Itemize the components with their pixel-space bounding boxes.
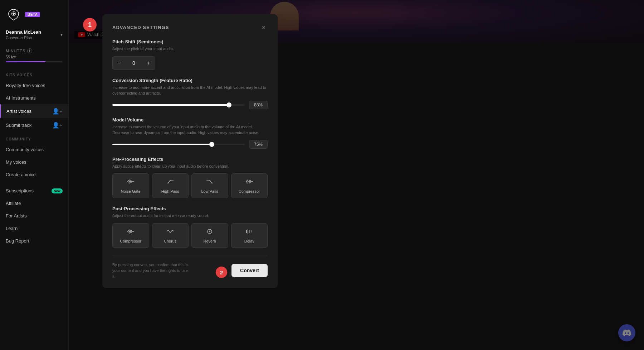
user-info: Deanna McLean Converter Plan [6,29,41,40]
svg-point-0 [13,13,15,15]
conversion-strength-slider-container: 88% [112,101,268,109]
model-volume-title: Model Volume [112,117,268,123]
step-1-badge: 1 [83,18,97,32]
conversion-strength-fill [112,104,229,106]
pitch-shift-group: Pitch Shift (Semitones) Adjust the pitch… [112,39,268,70]
submit-icon: 👤+ [52,122,63,129]
user-name: Deanna McLean [6,29,41,35]
chorus-button[interactable]: Chorus [152,223,189,248]
model-volume-group: Model Volume Increase to convert the vol… [112,117,268,149]
advanced-settings-panel: ADVANCED SETTINGS × Pitch Shift (Semiton… [102,14,278,288]
sidebar-item-affiliate[interactable]: Affiliate [0,197,68,210]
modal-header: ADVANCED SETTINGS × [112,23,268,32]
sidebar-item-artist-voices[interactable]: Artist voices 👤+ [0,104,68,118]
community-label: COMMUNITY [0,132,68,143]
post-processing-effects-grid: Compressor Chorus [112,223,268,248]
logo-icon [6,6,21,22]
compressor-pre-button[interactable]: Compressor [231,173,268,198]
step-2-badge: 2 [216,267,227,278]
noise-gate-button[interactable]: Noise Gate [112,173,149,198]
reverb-icon [206,228,214,237]
conversion-strength-value: 88% [249,101,268,109]
minutes-label: MINUTES i [6,48,63,53]
delay-icon [245,228,253,237]
model-volume-slider-container: 75% [112,140,268,149]
post-processing-group: Post-Processing Effects Adjust the outpu… [112,206,268,248]
convert-disclaimer: By pressing convert, you confirm that th… [112,262,191,280]
convert-actions: 2 Convert [216,263,268,278]
main-content: Watch on YouTube 1 ADVANCED SETTINGS × P… [69,0,644,350]
conversion-strength-group: Conversion Strength (Feature Ratio) Incr… [112,78,268,109]
delay-label: Delay [244,239,254,243]
pre-processing-effects-grid: Noise Gate High Pass [112,173,268,198]
user-plan: Converter Plan [6,35,41,40]
minutes-progress-bar [6,61,63,62]
sidebar-item-community-voices[interactable]: Community voices [0,143,68,156]
model-volume-thumb[interactable] [209,142,214,147]
sidebar-item-royalty-free-voices[interactable]: Royalty-free voices [0,79,68,92]
compressor-pre-icon [245,178,253,187]
chorus-label: Chorus [164,239,176,243]
sidebar: BETA Deanna McLean Converter Plan ▾ MINU… [0,0,69,350]
pitch-control: − 0 + [112,56,155,70]
beta-badge: BETA [25,12,40,17]
sidebar-item-submit-track[interactable]: Submit track 👤+ [0,118,68,132]
pitch-shift-title: Pitch Shift (Semitones) [112,39,268,44]
pitch-decrement-button[interactable]: − [113,57,126,69]
model-volume-desc: Increase to convert the volume of your i… [112,124,268,136]
conversion-strength-track [112,104,245,106]
chorus-icon [166,228,174,237]
reverb-button[interactable]: Reverb [191,223,228,248]
pre-processing-title: Pre-Processing Effects [112,157,268,162]
sidebar-item-learn[interactable]: Learn [0,222,68,235]
info-icon[interactable]: i [27,48,32,53]
pre-processing-group: Pre-Processing Effects Apply subtle effe… [112,157,268,198]
sidebar-item-my-voices[interactable]: My voices [0,156,68,168]
user-section[interactable]: Deanna McLean Converter Plan ▾ [0,27,68,45]
high-pass-icon [166,178,174,187]
sidebar-item-for-artists[interactable]: For Artists [0,210,68,222]
close-button[interactable]: × [259,23,268,32]
model-volume-value: 75% [249,140,268,149]
reverb-label: Reverb [204,239,216,243]
sidebar-item-create-a-voice[interactable]: Create a voice [0,168,68,181]
low-pass-icon [206,178,214,187]
minutes-progress-fill [6,61,45,62]
new-badge: New [52,188,63,193]
compressor-pre-label: Compressor [239,189,260,193]
modal-title: ADVANCED SETTINGS [112,25,169,30]
convert-footer: By pressing convert, you confirm that th… [112,256,268,280]
chevron-down-icon: ▾ [60,32,63,37]
sidebar-item-subscriptions[interactable]: Subscriptions New [0,184,68,197]
minutes-left: 55 left [6,55,63,59]
add-user-icon: 👤+ [52,108,63,115]
pitch-increment-button[interactable]: + [142,57,155,69]
post-processing-desc: Adjust the output audio for instant rele… [112,213,268,219]
svg-point-32 [209,231,210,232]
pitch-value: 0 [126,60,142,66]
modal-wrapper: 1 ADVANCED SETTINGS × Pitch Shift (Semit… [83,14,278,288]
post-processing-title: Post-Processing Effects [112,206,268,211]
sidebar-item-ai-instruments[interactable]: AI Instruments [0,92,68,104]
modal-overlay: 1 ADVANCED SETTINGS × Pitch Shift (Semit… [69,0,644,350]
high-pass-label: High Pass [161,189,179,193]
conversion-strength-thumb[interactable] [226,102,231,107]
model-volume-track [112,144,245,145]
noise-gate-label: Noise Gate [121,189,141,193]
high-pass-button[interactable]: High Pass [152,173,189,198]
sidebar-item-bug-report[interactable]: Bug Report [0,235,68,247]
sidebar-header: BETA [0,0,68,27]
compressor-post-icon [127,228,135,237]
kits-voices-label: KITS VOICES [0,68,68,79]
conversion-strength-desc: Increase to add more accent and articula… [112,85,268,96]
low-pass-label: Low Pass [201,189,218,193]
noise-gate-icon [127,178,135,187]
delay-button[interactable]: Delay [231,223,268,248]
low-pass-button[interactable]: Low Pass [191,173,228,198]
pre-processing-desc: Apply subtle effects to clean up your in… [112,163,268,169]
compressor-post-label: Compressor [120,239,141,243]
compressor-post-button[interactable]: Compressor [112,223,149,248]
convert-button[interactable]: Convert [231,264,268,277]
model-volume-fill [112,144,212,145]
conversion-strength-title: Conversion Strength (Feature Ratio) [112,78,268,83]
